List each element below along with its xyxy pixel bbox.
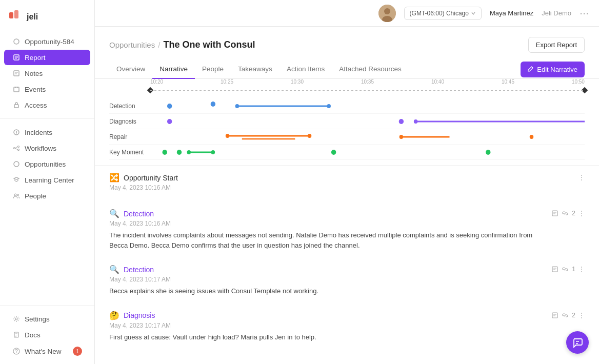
more-icon[interactable]: ⋮ <box>578 174 585 181</box>
timeline-container: 10:20 10:25 10:30 10:35 10:40 10:45 10:5… <box>95 79 599 166</box>
svg-rect-7 <box>14 71 19 76</box>
tab-action-items[interactable]: Action Items <box>279 60 332 79</box>
edit-narrative-button[interactable]: Edit Narrative <box>521 62 585 77</box>
event-detection-2-left: 🔍 Detection May 4, 2023 10:17 AM Becca e… <box>109 265 551 296</box>
note-icon[interactable] <box>551 210 558 217</box>
event-diagnosis-1: 🤔 Diagnosis May 4, 2023 10:17 AM First g… <box>109 311 585 342</box>
timeline-label-key-moment: Key Moment <box>109 149 150 156</box>
more-options-icon[interactable]: ⋯ <box>580 8 589 19</box>
event-detection-1-left: 🔍 Detection May 4, 2023 10:16 AM The inc… <box>109 209 551 250</box>
timeline-track-detection <box>150 101 585 111</box>
event-diagnosis-1-row: 🤔 Diagnosis May 4, 2023 10:17 AM First g… <box>109 311 585 342</box>
workflows-label: Workflows <box>25 145 56 152</box>
tab-narrative[interactable]: Narrative <box>152 60 195 79</box>
sidebar-item-learning-center[interactable]: Learning Center <box>4 172 90 188</box>
sidebar-item-events[interactable]: Events <box>4 82 90 97</box>
svg-point-2 <box>14 39 19 44</box>
sidebar-item-opportunities[interactable]: Opportunities <box>4 156 90 172</box>
svg-point-39 <box>327 104 331 108</box>
timeline-label-repair: Repair <box>109 133 150 140</box>
breadcrumb-link[interactable]: Opportunities <box>109 41 155 49</box>
tab-takeaways[interactable]: Takeaways <box>231 60 279 79</box>
timeline-ruler: 10:20 10:25 10:30 10:35 10:40 10:45 10:5… <box>150 86 585 94</box>
detection-2-more[interactable]: ⋮ <box>578 266 585 273</box>
workflows-icon <box>12 144 21 152</box>
sidebar-item-whats-new[interactable]: What's New 1 <box>4 343 90 359</box>
svg-rect-62 <box>552 267 557 272</box>
report-label: Report <box>25 54 46 62</box>
sidebar-item-docs[interactable]: Docs <box>4 327 90 342</box>
tab-overview[interactable]: Overview <box>109 60 152 79</box>
event-detection-2-date: May 4, 2023 10:17 AM <box>109 276 551 283</box>
note-icon-3[interactable] <box>551 312 558 319</box>
svg-point-24 <box>17 194 19 196</box>
sidebar-item-access[interactable]: Access <box>4 97 90 113</box>
opportunity-icon <box>12 37 21 46</box>
export-report-button[interactable]: Export Report <box>528 37 585 53</box>
svg-point-18 <box>18 146 19 148</box>
timeline-ruler-row: 10:20 10:25 10:30 10:35 10:40 10:45 10:5… <box>109 86 585 94</box>
event-detection-2-header: 🔍 Detection <box>109 265 551 274</box>
timeline-track-repair <box>150 132 585 142</box>
svg-rect-1 <box>14 10 18 18</box>
svg-rect-0 <box>9 12 13 18</box>
svg-point-36 <box>211 102 215 107</box>
sidebar-divider-2 <box>0 305 94 306</box>
event-diagnosis-1-text: First guess at cause: Vault under high l… <box>109 332 551 342</box>
event-opportunity-start-date: May 4, 2023 10:16 AM <box>109 184 578 191</box>
chat-fab-button[interactable] <box>566 331 589 354</box>
sidebar: jeli Opportunity-584 Report Notes Events <box>0 0 95 364</box>
sidebar-item-people[interactable]: People <box>4 188 90 204</box>
timezone-selector[interactable]: (GMT-06:00) Chicago <box>404 7 482 20</box>
link-icon[interactable] <box>562 210 569 217</box>
detection-1-more[interactable]: ⋮ <box>578 210 585 217</box>
svg-line-20 <box>15 147 18 148</box>
tab-people[interactable]: People <box>195 60 231 79</box>
sidebar-item-settings[interactable]: Settings <box>4 311 90 327</box>
tabs-left: Overview Narrative People Takeaways Acti… <box>109 60 409 78</box>
event-detection-2-type[interactable]: Detection <box>124 266 154 274</box>
timeline-time-labels: 10:20 10:25 10:30 10:35 10:40 10:45 10:5… <box>150 79 585 85</box>
svg-rect-13 <box>14 105 18 108</box>
sidebar-item-notes[interactable]: Notes <box>4 66 90 81</box>
access-label: Access <box>25 102 47 109</box>
svg-point-32 <box>384 8 390 14</box>
note-icon-2[interactable] <box>551 266 558 273</box>
event-opportunity-start-actions: ⋮ <box>578 173 585 181</box>
people-icon <box>12 192 21 200</box>
people-label: People <box>25 192 46 200</box>
svg-point-19 <box>18 149 19 151</box>
svg-point-38 <box>235 104 239 108</box>
event-detection-1-type[interactable]: Detection <box>124 210 154 218</box>
event-diagnosis-1-type[interactable]: Diagnosis <box>124 311 155 319</box>
event-detection-2: 🔍 Detection May 4, 2023 10:17 AM Becca e… <box>109 265 585 296</box>
timezone-label: (GMT-06:00) Chicago <box>410 10 469 17</box>
whats-new-icon <box>12 347 21 355</box>
timeline-rows: Detection <box>109 98 585 160</box>
sidebar-item-report[interactable]: Report <box>4 50 90 65</box>
events-label: Events <box>25 86 46 93</box>
link-icon-2[interactable] <box>562 266 569 273</box>
event-detection-1-date: May 4, 2023 10:16 AM <box>109 220 551 227</box>
chat-fab-icon <box>572 337 583 348</box>
svg-rect-10 <box>14 87 19 92</box>
event-detection-1: 🔍 Detection May 4, 2023 10:16 AM The inc… <box>109 209 585 250</box>
event-type-label: Opportunity Start <box>124 174 178 182</box>
event-opportunity-start-row: 🔀 Opportunity Start May 4, 2023 10:16 AM… <box>109 173 585 194</box>
notes-label: Notes <box>25 70 43 77</box>
notes-icon <box>12 69 21 77</box>
svg-point-46 <box>226 134 230 138</box>
svg-point-51 <box>530 135 534 139</box>
svg-rect-59 <box>552 211 557 216</box>
tab-attached-resources[interactable]: Attached Resources <box>332 60 409 79</box>
link-icon-3[interactable] <box>562 312 569 319</box>
svg-point-16 <box>16 133 17 134</box>
sidebar-item-incidents[interactable]: Incidents <box>4 125 90 140</box>
sidebar-item-opportunity[interactable]: Opportunity-584 <box>4 34 90 49</box>
sidebar-item-workflows[interactable]: Workflows <box>4 140 90 156</box>
diagnosis-1-more[interactable]: ⋮ <box>578 312 585 319</box>
event-detection-1-row: 🔍 Detection May 4, 2023 10:16 AM The inc… <box>109 209 585 250</box>
timeline-track-key-moment <box>150 147 585 157</box>
event-diagnosis-1-date: May 4, 2023 10:17 AM <box>109 322 551 329</box>
event-diagnosis-1-left: 🤔 Diagnosis May 4, 2023 10:17 AM First g… <box>109 311 551 342</box>
